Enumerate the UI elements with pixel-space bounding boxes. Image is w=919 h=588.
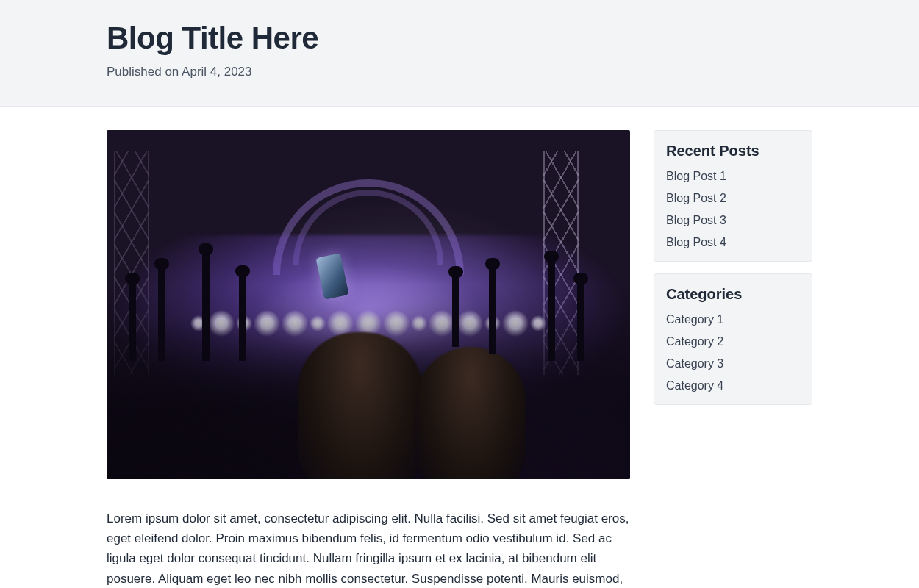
recent-post-link[interactable]: Blog Post 2 — [666, 192, 726, 204]
recent-post-link[interactable]: Blog Post 3 — [666, 214, 726, 226]
sidebar: Recent Posts Blog Post 1 Blog Post 2 Blo… — [654, 130, 812, 588]
list-item: Category 1 — [666, 313, 800, 326]
categories-card: Categories Category 1 Category 2 Categor… — [654, 273, 812, 405]
recent-post-link[interactable]: Blog Post 4 — [666, 236, 726, 248]
recent-posts-title: Recent Posts — [666, 143, 800, 159]
publish-date: Published on April 4, 2023 — [107, 65, 812, 79]
featured-image — [107, 130, 630, 479]
list-item: Category 4 — [666, 379, 800, 392]
category-link[interactable]: Category 4 — [666, 379, 723, 392]
category-link[interactable]: Category 3 — [666, 357, 723, 370]
list-item: Category 2 — [666, 335, 800, 348]
article-main: Lorem ipsum dolor sit amet, consectetur … — [107, 130, 630, 588]
category-link[interactable]: Category 2 — [666, 335, 723, 348]
categories-title: Categories — [666, 286, 800, 303]
page-title: Blog Title Here — [107, 21, 812, 56]
content-wrap: Lorem ipsum dolor sit amet, consectetur … — [107, 107, 812, 588]
article-body: Lorem ipsum dolor sit amet, consectetur … — [107, 509, 630, 588]
list-item: Blog Post 2 — [666, 192, 800, 205]
list-item: Blog Post 3 — [666, 214, 800, 227]
list-item: Blog Post 1 — [666, 170, 800, 183]
recent-posts-card: Recent Posts Blog Post 1 Blog Post 2 Blo… — [654, 130, 812, 262]
category-link[interactable]: Category 1 — [666, 313, 723, 326]
recent-posts-list: Blog Post 1 Blog Post 2 Blog Post 3 Blog… — [666, 170, 800, 249]
categories-list: Category 1 Category 2 Category 3 Categor… — [666, 313, 800, 392]
recent-post-link[interactable]: Blog Post 1 — [666, 170, 726, 182]
list-item: Category 3 — [666, 357, 800, 370]
list-item: Blog Post 4 — [666, 236, 800, 249]
page-header: Blog Title Here Published on April 4, 20… — [0, 0, 919, 107]
